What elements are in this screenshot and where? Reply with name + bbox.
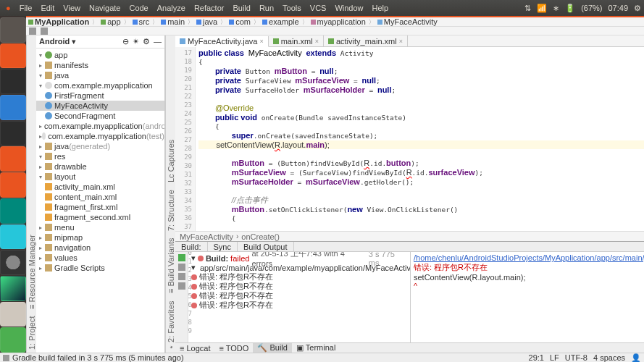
filter-icon[interactable]: [178, 264, 185, 271]
launcher-tile[interactable]: [0, 69, 26, 94]
crumb[interactable]: com: [227, 17, 253, 26]
tree-node[interactable]: MyFaceActivity: [36, 101, 164, 111]
editor-tab[interactable]: MyFaceActivity.java×: [175, 36, 269, 47]
crumb[interactable]: app: [99, 17, 122, 26]
rerun-icon[interactable]: [178, 254, 185, 261]
tree-node[interactable]: activity_main.xml: [36, 182, 164, 192]
menu-run[interactable]: Run: [256, 2, 277, 14]
tree-node[interactable]: content_main.xml: [36, 192, 164, 202]
close-icon[interactable]: ×: [399, 38, 403, 45]
launcher-tile[interactable]: [0, 302, 26, 327]
tree-node[interactable]: ▸drawable: [36, 161, 164, 172]
caret-pos[interactable]: 29:1: [529, 353, 544, 362]
build-tab[interactable]: Sync: [208, 242, 238, 251]
bluetooth-icon[interactable]: ∗: [553, 4, 559, 13]
tree-node[interactable]: ▸values: [36, 253, 164, 263]
launcher-tile[interactable]: [0, 198, 26, 224]
launcher-tile[interactable]: [0, 172, 26, 198]
tree-node[interactable]: ▸Gradle Scripts: [36, 263, 164, 273]
launcher-android-studio[interactable]: [0, 276, 26, 301]
tool-tab[interactable]: Lc Captures: [167, 140, 175, 182]
menu-code[interactable]: Code: [126, 2, 151, 14]
tool-tab[interactable]: 7: Structure: [167, 190, 175, 231]
project-view-selector[interactable]: Android ▾: [39, 37, 76, 46]
launcher-tile[interactable]: [0, 224, 26, 250]
crumb[interactable]: example: [260, 17, 301, 26]
forward-icon[interactable]: [41, 28, 48, 35]
tree-node[interactable]: fragment_first.xml: [36, 202, 164, 212]
editor-breadcrumb[interactable]: MyFaceActivity › onCreate(): [175, 231, 644, 241]
menu-file[interactable]: File: [17, 2, 35, 14]
code-editor[interactable]: public class MyFaceActivity extends Acti…: [196, 47, 644, 231]
build-tab[interactable]: Build:: [175, 242, 208, 251]
menu-refactor[interactable]: Refactor: [191, 2, 227, 14]
menu-●[interactable]: ●: [3, 2, 14, 14]
bottom-tab[interactable]: ≡ Logcat: [175, 343, 215, 353]
project-tree[interactable]: ▾app▸manifests▾java▾com.example.myapplic…: [36, 49, 164, 353]
tree-node[interactable]: ▾app: [36, 50, 164, 60]
editor-tab[interactable]: activity_main.xml×: [324, 35, 408, 46]
menu-vcs[interactable]: VCS: [307, 2, 330, 14]
launcher-tile[interactable]: [0, 121, 26, 146]
tree-node[interactable]: ▾res: [36, 151, 164, 161]
back-icon[interactable]: [29, 28, 36, 35]
tree-node[interactable]: ▸menu: [36, 222, 164, 232]
left-tool-strip-2[interactable]: ⋆ 2: Favorites≡ Build Variants7: Structu…: [165, 35, 175, 353]
launcher-tile[interactable]: [0, 250, 26, 275]
tree-node[interactable]: ▸java (generated): [36, 141, 164, 151]
tree-node[interactable]: fragment_second.xml: [36, 212, 164, 222]
gear-icon[interactable]: ⚙: [634, 4, 641, 13]
network-icon[interactable]: 📶: [537, 4, 547, 13]
launcher-tile[interactable]: [0, 327, 26, 353]
expand-icon[interactable]: ✴: [133, 37, 139, 46]
menu-tools[interactable]: Tools: [280, 2, 304, 14]
crumb[interactable]: myapplication: [309, 17, 368, 26]
menu-view[interactable]: View: [60, 2, 83, 14]
launcher-tile[interactable]: [0, 17, 26, 43]
crumb[interactable]: main: [159, 17, 187, 26]
build-tree[interactable]: ▾ Build: failed at 20-5-13 上午7:43 with 4…: [188, 252, 410, 342]
menu-navigate[interactable]: Navigate: [86, 2, 123, 14]
tree-node[interactable]: FirstFragment: [36, 90, 164, 101]
bottom-tab[interactable]: 🔨 Build: [253, 343, 292, 353]
crumb[interactable]: java: [194, 17, 219, 26]
tool-tab[interactable]: ≡ Build Variants: [167, 238, 175, 294]
menu-analyze[interactable]: Analyze: [154, 2, 188, 14]
inspect-icon[interactable]: 👤: [631, 353, 641, 363]
tool-tab[interactable]: ≡ Resource Manager: [28, 235, 36, 309]
collapse-icon[interactable]: ⊖: [122, 37, 129, 46]
tree-node[interactable]: ▾layout: [36, 172, 164, 182]
close-icon[interactable]: ×: [315, 38, 319, 45]
tree-node[interactable]: ▸mipmap: [36, 232, 164, 243]
crumb[interactable]: MyFaceActivity: [375, 17, 440, 26]
menu-help[interactable]: Help: [369, 2, 392, 14]
encoding[interactable]: UTF-8: [565, 353, 587, 362]
expand-all-icon[interactable]: [178, 273, 185, 280]
bottom-tab[interactable]: ≡ TODO: [215, 343, 254, 353]
tree-node[interactable]: ▾java: [36, 70, 164, 80]
bottom-tab[interactable]: ▣ Terminal: [292, 343, 340, 353]
tree-node[interactable]: ▸manifests: [36, 60, 164, 70]
wifi-icon[interactable]: ⇅: [524, 4, 531, 13]
menu-build[interactable]: Build: [230, 2, 253, 14]
editor-tab[interactable]: main.xml×: [269, 35, 324, 46]
close-icon[interactable]: ×: [259, 38, 263, 45]
tree-node[interactable]: ▸navigation: [36, 243, 164, 253]
launcher-files[interactable]: [0, 43, 26, 69]
status-icon[interactable]: [3, 355, 9, 361]
line-ending[interactable]: LF: [550, 353, 559, 362]
gear-icon[interactable]: ⚙: [143, 37, 150, 46]
tool-tab[interactable]: 1: Project: [28, 316, 36, 350]
battery-icon[interactable]: 🔋: [565, 4, 575, 13]
launcher-firefox[interactable]: [0, 95, 26, 120]
tool-tab[interactable]: ⋆ 2: Favorites: [166, 300, 175, 350]
menu-edit[interactable]: Edit: [38, 2, 57, 14]
indent[interactable]: 4 spaces: [593, 353, 625, 362]
launcher-tile[interactable]: [0, 146, 26, 172]
tree-node[interactable]: ▸com.example.myapplication (test): [36, 131, 164, 141]
tree-node[interactable]: ▾com.example.myapplication: [36, 80, 164, 90]
hide-icon[interactable]: —: [154, 37, 162, 46]
left-tool-strip[interactable]: 1: Project≡ Resource Manager: [26, 35, 36, 353]
build-tab[interactable]: Build Output: [238, 242, 294, 251]
tree-node[interactable]: ▸com.example.myapplication (androidTest): [36, 121, 164, 131]
